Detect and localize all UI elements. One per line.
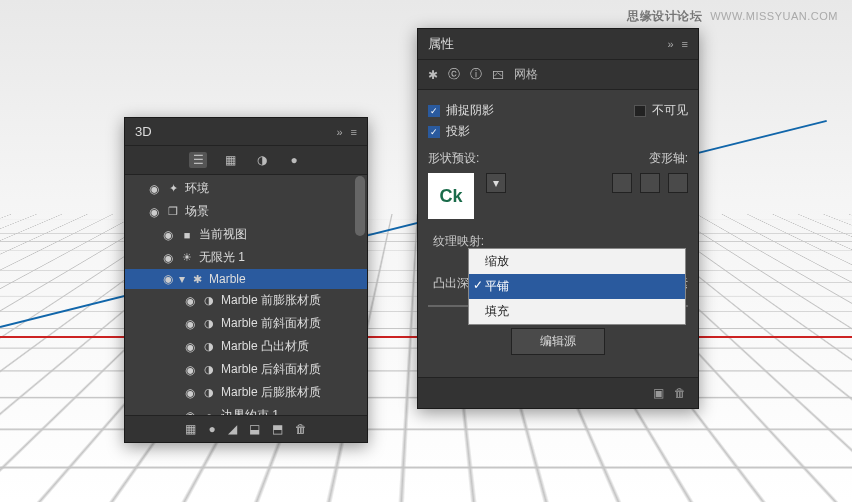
layer-label: Marble 前膨胀材质 — [221, 292, 359, 309]
deform-axis-label: 变形轴: — [649, 150, 688, 167]
render-icon[interactable]: ▣ — [653, 386, 664, 400]
layer-type-icon: ■ — [179, 229, 195, 241]
panel-3d-footer: ▦ ● ◢ ⬓ ⬒ 🗑 — [125, 415, 367, 442]
panel-3d: 3D » ≡ ☰ ▦ ◑ ● ◉✦环境◉❐场景◉■当前视图◉☀无限光 1◉▾✱M… — [124, 117, 368, 443]
panel-3d-title: 3D — [135, 124, 336, 139]
layer-type-icon: ❐ — [165, 205, 181, 218]
coord-tab-icon[interactable]: ⮹ — [492, 68, 504, 82]
properties-subtabs: ✱ ⓒ ⓘ ⮹ 网格 — [418, 60, 698, 90]
footer-icon[interactable]: ◢ — [228, 422, 237, 436]
layer-type-icon: ◑ — [201, 386, 217, 399]
dropdown-option[interactable]: 平铺 — [469, 274, 685, 299]
invisible-checkbox[interactable] — [634, 105, 646, 117]
mesh-tab-icon[interactable]: ✱ — [428, 68, 438, 82]
layer-label: Marble 后斜面材质 — [221, 361, 359, 378]
shape-preset-preview[interactable]: Ck — [428, 173, 474, 219]
footer-icon[interactable]: ● — [208, 422, 215, 436]
filter-material-icon[interactable]: ◑ — [253, 152, 271, 168]
layer-type-icon: ☀ — [179, 251, 195, 264]
layer-type-icon: ✦ — [165, 182, 181, 195]
visibility-icon[interactable]: ◉ — [183, 409, 197, 416]
layer-row[interactable]: ◉■当前视图 — [125, 223, 367, 246]
panel-3d-filter-tabs: ☰ ▦ ◑ ● — [125, 146, 367, 175]
cap-tab-icon[interactable]: ⓘ — [470, 66, 482, 83]
texture-map-dropdown[interactable]: 缩放平铺填充 — [468, 248, 686, 325]
scrollbar-thumb[interactable] — [355, 176, 365, 236]
trash-icon[interactable]: 🗑 — [674, 386, 686, 400]
layer-list[interactable]: ◉✦环境◉❐场景◉■当前视图◉☀无限光 1◉▾✱Marble◉◑Marble 前… — [125, 175, 367, 415]
filter-mesh-icon[interactable]: ▦ — [221, 152, 239, 168]
layer-row[interactable]: ◉❐场景 — [125, 200, 367, 223]
visibility-icon[interactable]: ◉ — [183, 294, 197, 308]
layer-label: 边界约束 1 — [221, 407, 359, 415]
dropdown-option[interactable]: 填充 — [469, 299, 685, 324]
layer-label: Marble 凸出材质 — [221, 338, 359, 355]
footer-icon[interactable]: ▦ — [185, 422, 196, 436]
footer-icon[interactable]: ⬓ — [249, 422, 260, 436]
layer-row[interactable]: ◉◑Marble 前斜面材质 — [125, 312, 367, 335]
axis-z-button[interactable] — [668, 173, 688, 193]
layer-label: 场景 — [185, 203, 359, 220]
visibility-icon[interactable]: ◉ — [147, 205, 161, 219]
layer-row[interactable]: ◉◑Marble 后斜面材质 — [125, 358, 367, 381]
menu-icon[interactable]: ≡ — [351, 126, 357, 138]
panel-properties: 属性 » ≡ ✱ ⓒ ⓘ ⮹ 网格 ✓ 捕捉阴影 不可见 ✓ 投影 形状预设: … — [417, 28, 699, 409]
menu-icon[interactable]: ≡ — [682, 38, 688, 50]
visibility-icon[interactable]: ◉ — [161, 251, 175, 265]
footer-icon[interactable]: ⬒ — [272, 422, 283, 436]
axis-y-button[interactable] — [640, 173, 660, 193]
axis-x-button[interactable] — [612, 173, 632, 193]
layer-label: Marble 前斜面材质 — [221, 315, 359, 332]
layer-row[interactable]: ◉✦环境 — [125, 177, 367, 200]
shape-preset-dropdown[interactable]: ▾ — [486, 173, 506, 193]
filter-light-icon[interactable]: ● — [285, 152, 303, 168]
layer-label: 当前视图 — [199, 226, 359, 243]
invisible-label: 不可见 — [652, 102, 688, 119]
visibility-icon[interactable]: ◉ — [183, 317, 197, 331]
layer-row[interactable]: ◉○边界约束 1 — [125, 404, 367, 415]
visibility-icon[interactable]: ◉ — [183, 340, 197, 354]
layer-row[interactable]: ◉◑Marble 后膨胀材质 — [125, 381, 367, 404]
panel-properties-title: 属性 — [428, 35, 667, 53]
cast-shadow-checkbox[interactable]: ✓ — [428, 126, 440, 138]
collapse-icon[interactable]: » — [667, 38, 673, 50]
layer-row[interactable]: ◉☀无限光 1 — [125, 246, 367, 269]
visibility-icon[interactable]: ◉ — [183, 363, 197, 377]
collapse-icon[interactable]: » — [336, 126, 342, 138]
layer-row[interactable]: ◉▾✱Marble — [125, 269, 367, 289]
visibility-icon[interactable]: ◉ — [161, 272, 175, 286]
catch-shadow-label: 捕捉阴影 — [446, 102, 494, 119]
visibility-icon[interactable]: ◉ — [183, 386, 197, 400]
catch-shadow-checkbox[interactable]: ✓ — [428, 105, 440, 117]
layer-type-icon: ◑ — [201, 340, 217, 353]
edit-source-button[interactable]: 编辑源 — [511, 328, 605, 355]
layer-label: 环境 — [185, 180, 359, 197]
subtab-label: 网格 — [514, 66, 538, 83]
layer-label: 无限光 1 — [199, 249, 359, 266]
layer-type-icon: ○ — [201, 410, 217, 416]
watermark: 思缘设计论坛WWW.MISSYUAN.COM — [627, 8, 838, 25]
deform-tab-icon[interactable]: ⓒ — [448, 66, 460, 83]
filter-scene-icon[interactable]: ☰ — [189, 152, 207, 168]
visibility-icon[interactable]: ◉ — [161, 228, 175, 242]
shape-preset-label: 形状预设: — [428, 150, 479, 167]
layer-type-icon: ◑ — [201, 363, 217, 376]
layer-label: Marble 后膨胀材质 — [221, 384, 359, 401]
layer-row[interactable]: ◉◑Marble 凸出材质 — [125, 335, 367, 358]
layer-type-icon: ◑ — [201, 317, 217, 330]
cast-shadow-label: 投影 — [446, 123, 470, 140]
layer-type-icon: ◑ — [201, 294, 217, 307]
layer-type-icon: ✱ — [189, 273, 205, 286]
visibility-icon[interactable]: ◉ — [147, 182, 161, 196]
dropdown-option[interactable]: 缩放 — [469, 249, 685, 274]
layer-label: Marble — [209, 272, 359, 286]
layer-row[interactable]: ◉◑Marble 前膨胀材质 — [125, 289, 367, 312]
trash-icon[interactable]: 🗑 — [295, 422, 307, 436]
